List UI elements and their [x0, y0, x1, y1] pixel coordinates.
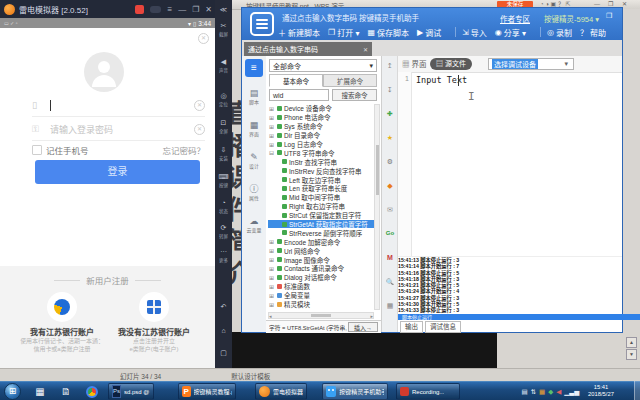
tab-basic-commands[interactable]: 基本命令	[269, 74, 323, 87]
tray-orange-icon[interactable]: ▦	[539, 388, 545, 396]
nav-menu-button[interactable]: ≡	[245, 59, 263, 77]
jiangsu-bank-logo-icon	[54, 299, 70, 315]
sidebar-rotate-button[interactable]: ⟳转屏	[215, 224, 232, 239]
notepad-icon[interactable]: 🗎	[58, 384, 74, 399]
new-script-button[interactable]: ＋新建脚本	[278, 27, 320, 38]
tab-close-icon[interactable]: ✕	[363, 46, 368, 53]
tray-network-icon[interactable]: ▁▃▅	[564, 388, 579, 396]
sidebar-fullscreen-button[interactable]: ⊡全屏	[215, 119, 232, 134]
code-line[interactable]: Input Text	[416, 75, 467, 85]
sidebar-status-button[interactable]: ◔状态	[215, 199, 232, 214]
wps-unsaved-badge[interactable]: 未保存	[497, 1, 533, 8]
password-input[interactable]: ⚿ 请输入登录密码 ✕	[32, 118, 205, 141]
sidebar-keymap-button[interactable]: ⌨按键	[215, 173, 232, 188]
emulator-minimize-button[interactable]: —	[178, 5, 186, 14]
script-tab[interactable]: 通过点击输入数字串码 ✕	[244, 42, 372, 56]
diamond-icon[interactable]: ◆	[382, 182, 398, 190]
gift-icon[interactable]	[135, 5, 144, 14]
share-button[interactable]: ◉分享 ▾	[495, 27, 526, 38]
nav-item-properties[interactable]: ⓘ属性	[242, 184, 266, 202]
nav-item-script[interactable]: ▤脚本	[242, 88, 266, 106]
go-icon[interactable]: Go	[382, 230, 398, 236]
sidebar-location-button[interactable]: ◎定位	[215, 92, 232, 107]
android-back-button[interactable]: ↶	[215, 303, 232, 311]
taskbar-clock[interactable]: 15:41 2018/5/27	[584, 384, 618, 398]
help-button[interactable]: ？帮助	[580, 27, 606, 38]
start-button[interactable]: ⊞	[4, 383, 21, 400]
calculator-icon[interactable]: ▦	[32, 384, 48, 399]
register-option-no-account[interactable]: 我没有江苏银行账户 点击注册并开立 e类账户(电子账户)	[104, 292, 204, 353]
show-desktop-button[interactable]	[634, 381, 640, 400]
tab-extended-commands[interactable]: 扩展命令	[323, 74, 377, 87]
assistant-window-icon[interactable]: ❐	[606, 12, 612, 20]
slide-next-button[interactable]: ▼	[626, 349, 637, 360]
command-search-button[interactable]: 搜索命令	[332, 89, 377, 101]
command-search-input[interactable]: wid	[269, 89, 329, 101]
gear-icon[interactable]: ⚙	[382, 158, 398, 166]
chrome-icon[interactable]	[86, 386, 98, 398]
taskbar-photoshop-button[interactable]: Ps sd.psd @ 100%...	[108, 383, 154, 400]
debug-button[interactable]: ▶调试	[417, 27, 441, 38]
android-recent-button[interactable]: ▢	[215, 349, 232, 357]
register-left-sub2: 信用卡或a类账户注册	[12, 345, 111, 352]
tree-scrollbar[interactable]	[374, 104, 380, 310]
remember-checkbox[interactable]	[32, 145, 42, 155]
device-dropdown[interactable]: 选择调试设备 ▾	[488, 58, 574, 70]
sidebar-collapse-button[interactable]: ≪	[215, 6, 232, 14]
emulator-menu-button[interactable]: ≡	[167, 5, 172, 14]
save-script-button[interactable]: ▦保存脚本	[367, 27, 409, 38]
m-icon[interactable]: M	[382, 254, 398, 261]
add-icon[interactable]: ✚	[382, 110, 398, 118]
clear-password-icon[interactable]: ✕	[194, 124, 205, 135]
insert-command-button[interactable]: 插入→	[348, 322, 378, 332]
wps-close-button[interactable]: ✕	[622, 0, 627, 9]
taskbar-wps-button[interactable]: P 按键精灵教程.ppt..	[178, 383, 236, 400]
tree-hscrollbar[interactable]: ◂▸	[268, 312, 374, 319]
author-zone-link[interactable]: 作者专区	[500, 13, 530, 24]
tray-volume-icon[interactable]: ◀	[556, 388, 561, 396]
search-icon[interactable]: 🔍	[382, 278, 398, 285]
tab-output[interactable]: 输出	[400, 321, 423, 333]
command-category-dropdown[interactable]: 全部命令 ▾	[269, 59, 377, 72]
login-button[interactable]: 登录	[35, 160, 200, 184]
emulator-close-button[interactable]: ✕	[205, 5, 212, 14]
grid-icon[interactable]: ▦	[382, 302, 398, 310]
move-up-icon[interactable]: ↥	[382, 62, 398, 70]
taskbar-assistant-button[interactable]: 按键精灵手机助手	[322, 383, 388, 400]
mail-icon[interactable]: ✉	[382, 206, 398, 214]
nav-item-cloud-vars[interactable]: ☁云变量	[242, 216, 266, 234]
sidebar-more-button[interactable]: ⋯更多	[215, 248, 232, 263]
close-icon[interactable]: ✕	[198, 33, 209, 44]
nav-item-design[interactable]: ✎设计	[242, 152, 266, 170]
emulator-maximize-button[interactable]: ❐	[192, 5, 199, 14]
phone-input[interactable]: ▯ ✕	[32, 94, 205, 117]
clear-phone-icon[interactable]: ✕	[194, 100, 205, 111]
nav-item-ui[interactable]: ▦界面	[242, 120, 266, 138]
register-option-has-account[interactable]: 我有江苏银行账户 使用本行借记卡、活期一本通： 信用卡或a类账户注册	[8, 292, 116, 353]
taskbar-ldplayer-button[interactable]: 雷电模拟器	[255, 383, 307, 400]
forgot-password-link[interactable]: 忘记密码？	[162, 144, 205, 156]
open-button[interactable]: ❐打开 ▾	[328, 27, 359, 38]
sidebar-screenshot-button[interactable]: ✂截屏	[215, 22, 232, 37]
import-button[interactable]: ⇲导入	[462, 27, 487, 38]
account-dropdown[interactable]: 按键精灵-5954 ▾	[544, 13, 599, 24]
tree-row[interactable]: ⊞精灵模块	[268, 300, 374, 309]
slide-prev-button[interactable]: ▲	[626, 337, 637, 348]
move-down-icon[interactable]: ↧	[382, 86, 398, 94]
sidebar-install-button[interactable]: ⇩安装	[215, 146, 232, 161]
tab-debug-info[interactable]: 调试信息	[425, 321, 461, 333]
sidebar-volume-button[interactable]: ◀声音	[215, 58, 232, 73]
record-button[interactable]: ◎录制	[547, 27, 572, 38]
source-view-toggle[interactable]: ▤ 源文件	[430, 58, 472, 70]
ui-view-toggle[interactable]: ▦ 界面	[402, 58, 427, 69]
taskbar-recorder-button[interactable]: Recording...	[396, 383, 460, 400]
star-icon[interactable]: ★	[382, 134, 398, 142]
selected-log-row[interactable]: 脚本停止运行	[398, 314, 640, 320]
output-log[interactable]: 15:41:13 脚本停止运行 : 3 15:41:14 脚本开始运行 : 7 …	[398, 256, 622, 315]
emulator-titlebar[interactable]: 雷电模拟器 [2.0.52] ≡ — ❐ ✕	[0, 0, 215, 18]
tray-updown-icon[interactable]: ⇅	[531, 388, 536, 396]
tray-green-icon[interactable]: ◆	[548, 388, 553, 396]
android-home-button[interactable]: ⌂	[215, 327, 232, 335]
tray-folder-icon[interactable]: ▤	[522, 388, 528, 396]
gamepad-icon[interactable]	[150, 6, 161, 13]
